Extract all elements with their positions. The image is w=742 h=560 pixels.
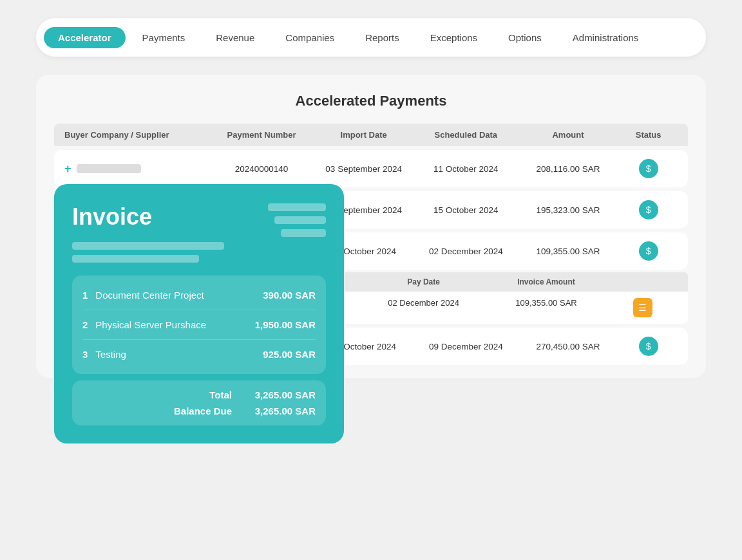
invoice-bar-2 <box>274 216 326 224</box>
dollar-icon: $ <box>639 200 658 219</box>
item-amount: 390.00 SAR <box>263 290 316 301</box>
invoice-item: 2 Physical Server Purshace 1,950.00 SAR <box>82 310 316 340</box>
scheduled-date: 02 December 2024 <box>415 247 517 256</box>
nav-reports[interactable]: Reports <box>351 27 414 48</box>
list-icon: ☰ <box>633 298 652 317</box>
amount: 195,323.00 SAR <box>517 205 620 215</box>
payment-number: 20240000140 <box>211 164 313 174</box>
col-import-date: Import Date <box>312 130 415 140</box>
scheduled-date: 15 October 2024 <box>415 205 517 215</box>
invoice-item-left: 1 Document Center Project <box>82 290 204 301</box>
nav-options[interactable]: Options <box>494 27 556 48</box>
invoice-popup: Invoice 1 Document Center Project 390.00… <box>54 184 344 443</box>
company-cell: + <box>64 162 211 176</box>
invoice-item-left: 3 Testing <box>82 349 126 360</box>
amount: 208,116.00 SAR <box>517 164 620 174</box>
status-cell: $ <box>619 159 678 178</box>
invoice-item-left: 2 Physical Server Purshace <box>82 319 206 330</box>
nav-accelerator[interactable]: Accelerator <box>44 27 126 48</box>
invoice-item: 1 Document Center Project 390.00 SAR <box>82 281 316 310</box>
item-number: 1 <box>82 290 88 301</box>
item-name: Document Center Project <box>95 290 204 301</box>
nav-exceptions[interactable]: Exceptions <box>416 27 491 48</box>
page-title: Accelerated Payments <box>54 93 688 109</box>
balance-due-value: 3,265.00 SAR <box>245 406 316 416</box>
invoice-item: 3 Testing 925.00 SAR <box>82 340 316 369</box>
col-company: Buyer Company / Supplier <box>64 130 211 140</box>
total-row: Total 3,265.00 SAR <box>82 389 316 400</box>
table-row[interactable]: + 20240000140 03 September 2024 11 Octob… <box>54 150 688 187</box>
sub-col-invoice-amount: Invoice Amount <box>485 277 607 286</box>
col-amount: Amount <box>517 130 620 140</box>
amount: 109,355.00 SAR <box>517 247 620 256</box>
nav-administrations[interactable]: Administrations <box>558 27 653 48</box>
item-name: Testing <box>95 349 126 360</box>
item-number: 2 <box>82 319 88 330</box>
table-header: Buyer Company / Supplier Payment Number … <box>54 124 688 146</box>
balance-due-label: Balance Due <box>174 406 232 416</box>
invoice-totals: Total 3,265.00 SAR Balance Due 3,265.00 … <box>72 380 326 425</box>
nav-revenue[interactable]: Revenue <box>202 27 269 48</box>
invoice-bar-1 <box>268 203 326 211</box>
import-date: 03 September 2024 <box>312 164 415 174</box>
company-name-blur <box>77 164 141 173</box>
nav-payments[interactable]: Payments <box>128 27 200 48</box>
balance-due-row: Balance Due 3,265.00 SAR <box>82 406 316 416</box>
item-number: 3 <box>82 349 88 360</box>
main-card: Accelerated Payments Buyer Company / Sup… <box>36 75 706 378</box>
nav-companies[interactable]: Companies <box>271 27 348 48</box>
scheduled-date: 11 October 2024 <box>415 164 517 174</box>
sub-status-cell: ☰ <box>607 298 678 317</box>
sub-col-pay-date: Pay Date <box>362 277 484 286</box>
invoice-items: 1 Document Center Project 390.00 SAR 2 P… <box>72 275 326 374</box>
amount: 270,450.00 SAR <box>517 342 620 351</box>
dollar-icon: $ <box>639 337 658 356</box>
expand-icon[interactable]: + <box>64 162 71 176</box>
total-label: Total <box>209 389 232 400</box>
invoice-info-line-1 <box>72 242 224 250</box>
sub-invoice-amount: 109,355.00 SAR <box>485 298 607 317</box>
dollar-icon: $ <box>639 159 658 178</box>
sub-pay-date: 02 December 2024 <box>362 298 484 317</box>
col-scheduled: Scheduled Data <box>415 130 517 140</box>
total-value: 3,265.00 SAR <box>245 389 316 400</box>
dollar-icon: $ <box>639 241 658 261</box>
status-cell: $ <box>619 337 678 356</box>
item-name: Physical Server Purshace <box>95 319 206 330</box>
invoice-info-line-2 <box>72 255 199 263</box>
scheduled-date: 09 December 2024 <box>415 342 517 351</box>
status-cell: $ <box>619 200 678 219</box>
sub-col-status <box>607 277 678 286</box>
navigation: Accelerator Payments Revenue Companies R… <box>36 18 706 57</box>
invoice-top-right <box>268 203 326 237</box>
col-payment-number: Payment Number <box>211 130 313 140</box>
status-cell: $ <box>619 241 678 261</box>
item-amount: 1,950.00 SAR <box>255 319 316 330</box>
invoice-bar-3 <box>281 229 326 237</box>
item-amount: 925.00 SAR <box>263 349 316 360</box>
col-status: Status <box>619 130 678 140</box>
